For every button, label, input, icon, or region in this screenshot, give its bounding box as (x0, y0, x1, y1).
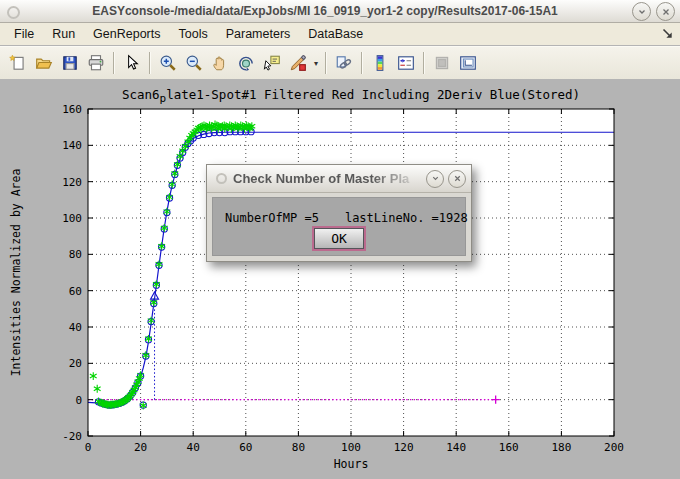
toolbar: ▾ (0, 46, 680, 80)
brush-dropdown-caret[interactable]: ▾ (311, 50, 321, 76)
menu-item-genreports[interactable]: GenReports (84, 24, 169, 44)
dialog-body: NumberOfMP =5 lastLineNo. =1928 OK (212, 197, 466, 256)
link-plots-icon (335, 54, 353, 72)
figure-area: 020406080100120140160180200-200204060801… (0, 79, 680, 479)
numberofmp-value: NumberOfMP =5 (225, 211, 319, 225)
chevron-down-icon (431, 174, 440, 183)
dialog-close-button[interactable] (448, 170, 466, 188)
svg-text:140: 140 (446, 441, 466, 454)
svg-text:80: 80 (69, 248, 82, 261)
svg-text:120: 120 (62, 176, 82, 189)
rotate-3d-icon (237, 54, 255, 72)
svg-text:160: 160 (62, 103, 82, 116)
pan-hand-icon (211, 54, 229, 72)
dialog-check-number-of-master-plates: Check Number of Master Pla NumberOfMP =5… (206, 164, 472, 262)
open-folder-icon (35, 54, 53, 72)
svg-text:40: 40 (69, 321, 82, 334)
svg-text:0: 0 (85, 441, 92, 454)
chart-title: Scan6plate1-Spot#1 Filtered Red Includin… (122, 87, 580, 105)
svg-text:200: 200 (604, 441, 624, 454)
close-icon (661, 7, 671, 17)
print-icon (87, 54, 105, 72)
lastlineno-value: lastLineNo. =1928 (345, 211, 468, 225)
menu-item-file[interactable]: File (5, 24, 43, 44)
window-menu-icon[interactable] (7, 6, 20, 19)
menu-item-database[interactable]: DataBase (299, 24, 372, 44)
svg-text:100: 100 (62, 212, 82, 225)
data-cursor-icon (263, 54, 281, 72)
new-document-button[interactable] (5, 50, 31, 76)
close-button[interactable] (656, 2, 675, 21)
toolbar-separator (113, 52, 115, 74)
plottools-off-icon (433, 54, 451, 72)
toolbar-separator (361, 52, 363, 74)
link-plots-button[interactable] (331, 50, 357, 76)
pan-hand-button[interactable] (207, 50, 233, 76)
window-title: EASYconsole-/media/data/ExpJobs/MI 16_09… (30, 0, 620, 22)
legend-button[interactable] (393, 50, 419, 76)
dialog-shade-button[interactable] (426, 170, 444, 188)
new-document-icon (9, 54, 27, 72)
plottools-on-button[interactable] (455, 50, 481, 76)
zoom-in-icon (159, 54, 177, 72)
dialog-window-menu-icon[interactable] (216, 173, 227, 184)
menu-item-parameters[interactable]: Parameters (217, 24, 300, 44)
zoom-out-icon (185, 54, 203, 72)
svg-text:100: 100 (341, 441, 361, 454)
pointer-arrow-button[interactable] (119, 50, 145, 76)
dialog-titlebar[interactable]: Check Number of Master Pla (207, 165, 471, 193)
menubar: File Run GenReports Tools Parameters Dat… (0, 23, 680, 45)
menu-item-run[interactable]: Run (43, 24, 84, 44)
svg-text:0: 0 (75, 394, 82, 407)
colorbar-icon (371, 54, 389, 72)
svg-text:120: 120 (394, 441, 414, 454)
svg-text:60: 60 (69, 285, 82, 298)
dialog-message: NumberOfMP =5 lastLineNo. =1928 (225, 211, 468, 225)
svg-text:20: 20 (69, 357, 82, 370)
dialog-title: Check Number of Master Pla (233, 171, 426, 186)
plottools-on-icon (459, 54, 477, 72)
data-cursor-button[interactable] (259, 50, 285, 76)
y-axis-label: Intensities Normalized by Area (9, 169, 23, 377)
chart: 020406080100120140160180200-200204060801… (0, 79, 680, 479)
rotate-3d-button[interactable] (233, 50, 259, 76)
brush-icon (289, 54, 307, 72)
menu-item-tools[interactable]: Tools (170, 24, 217, 44)
dock-arrow-icon[interactable] (662, 28, 673, 42)
svg-text:160: 160 (499, 441, 519, 454)
save-floppy-button[interactable] (57, 50, 83, 76)
colorbar-button[interactable] (367, 50, 393, 76)
svg-text:80: 80 (292, 441, 305, 454)
x-axis-label: Hours (334, 457, 369, 471)
svg-text:-20: -20 (62, 430, 82, 443)
brush-button[interactable] (285, 50, 311, 76)
svg-text:180: 180 (551, 441, 571, 454)
shade-button[interactable] (632, 2, 651, 21)
print-button[interactable] (83, 50, 109, 76)
svg-text:20: 20 (134, 441, 147, 454)
open-folder-button[interactable] (31, 50, 57, 76)
pointer-arrow-icon (123, 54, 141, 72)
close-icon (453, 174, 462, 183)
toolbar-separator (423, 52, 425, 74)
toolbar-separator (149, 52, 151, 74)
zoom-in-button[interactable] (155, 50, 181, 76)
svg-text:60: 60 (239, 441, 252, 454)
save-floppy-icon (61, 54, 79, 72)
legend-icon (397, 54, 415, 72)
svg-text:40: 40 (187, 441, 200, 454)
toolbar-separator (325, 52, 327, 74)
svg-text:140: 140 (62, 139, 82, 152)
plottools-off-button (429, 50, 455, 76)
chevron-down-icon (637, 7, 647, 17)
ok-button[interactable]: OK (314, 228, 364, 249)
zoom-out-button[interactable] (181, 50, 207, 76)
titlebar[interactable]: EASYconsole-/media/data/ExpJobs/MI 16_09… (0, 0, 680, 23)
